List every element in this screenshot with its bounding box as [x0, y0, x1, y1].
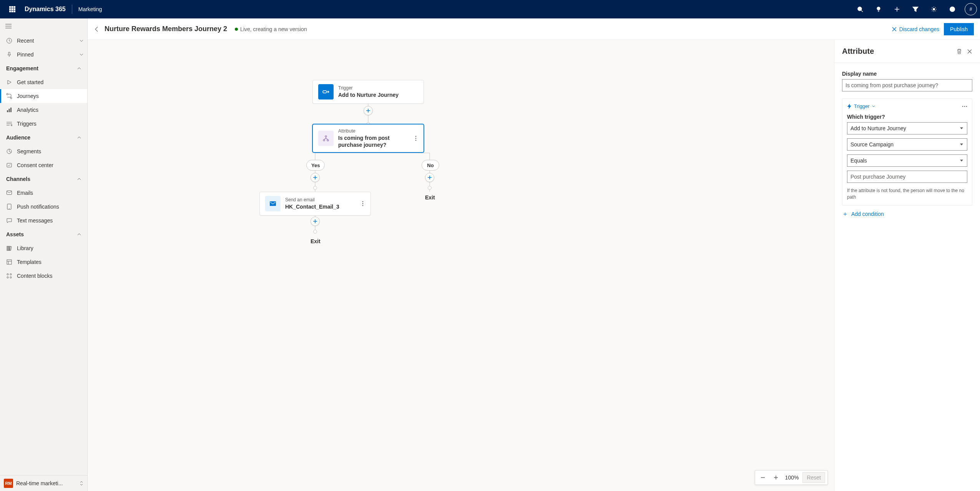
nav-text-messages[interactable]: Text messages [0, 214, 87, 227]
svg-line-10 [861, 10, 863, 12]
trigger-node-icon [318, 84, 334, 100]
node-type: Trigger [338, 85, 399, 91]
close-icon[interactable] [967, 49, 972, 54]
nav-segments[interactable]: Segments [0, 144, 87, 158]
settings-icon[interactable] [925, 0, 943, 18]
journey-icon [6, 93, 12, 99]
zoom-level: 100% [784, 474, 801, 481]
nav-label: Templates [17, 259, 42, 265]
branch-yes[interactable]: Yes [306, 160, 325, 171]
zoom-out-button[interactable] [757, 472, 768, 483]
search-icon[interactable] [851, 0, 869, 18]
nav-label: Pinned [17, 51, 34, 58]
attribute-node-icon [318, 131, 334, 146]
updown-icon [80, 481, 83, 486]
node-type: Attribute [338, 128, 409, 134]
module-label[interactable]: Marketing [75, 6, 105, 12]
back-button[interactable] [94, 26, 100, 32]
nav-label: Journeys [17, 93, 39, 99]
node-label: HK_Contact_Email_3 [285, 203, 339, 210]
svg-rect-3 [9, 8, 11, 10]
nav-group-assets[interactable]: Assets [0, 227, 87, 241]
svg-point-17 [933, 8, 935, 10]
operator-select[interactable]: Equals [847, 154, 967, 167]
nav-library[interactable]: Library [0, 241, 87, 255]
nav-content-blocks[interactable]: Content blocks [0, 269, 87, 283]
brand-label[interactable]: Dynamics 365 [22, 6, 69, 13]
app-switcher[interactable]: RM Real-time marketi... [0, 476, 87, 491]
attribute-field-select[interactable]: Source Campaign [847, 138, 967, 151]
nav-triggers[interactable]: Triggers [0, 117, 87, 131]
nav-analytics[interactable]: Analytics [0, 103, 87, 117]
nav-label: Recent [17, 38, 34, 44]
status-text: Live, creating a new version [240, 26, 307, 32]
chevron-up-icon [77, 136, 81, 139]
connector-dot [313, 230, 317, 234]
collapse-nav-icon[interactable] [5, 24, 12, 28]
zoom-in-button[interactable] [771, 472, 781, 483]
add-icon[interactable] [888, 0, 906, 18]
add-step-button[interactable] [425, 173, 434, 182]
zoom-reset-button[interactable]: Reset [802, 472, 825, 483]
chevron-down-icon [872, 105, 875, 107]
value-input[interactable] [847, 171, 967, 183]
add-step-button[interactable] [311, 217, 320, 226]
publish-button[interactable]: Publish [944, 23, 974, 35]
svg-point-44 [10, 277, 12, 278]
nav-templates[interactable]: Templates [0, 255, 87, 269]
nav-consent-center[interactable]: Consent center [0, 158, 87, 172]
nav-label: Push notifications [17, 204, 59, 210]
pin-icon [6, 51, 12, 58]
nav-pinned[interactable]: Pinned [0, 48, 87, 61]
templates-icon [6, 259, 12, 265]
add-condition-label: Add condition [851, 211, 884, 217]
chevron-up-icon [77, 67, 81, 70]
add-step-button[interactable] [364, 106, 373, 115]
discard-button[interactable]: Discard changes [892, 26, 939, 32]
node-more-icon[interactable] [414, 136, 418, 141]
node-email[interactable]: Send an email HK_Contact_Email_3 [259, 192, 371, 216]
filter-icon[interactable] [906, 0, 925, 18]
nav-group-audience[interactable]: Audience [0, 131, 87, 144]
add-step-button[interactable] [311, 173, 320, 182]
journey-canvas[interactable]: Trigger Add to Nurture Journey Attribute [88, 40, 834, 491]
nav-emails[interactable]: Emails [0, 186, 87, 200]
journey-status: Live, creating a new version [235, 26, 307, 32]
node-trigger[interactable]: Trigger Add to Nurture Journey [312, 80, 424, 104]
add-condition-button[interactable]: ＋ Add condition [842, 210, 972, 218]
user-avatar[interactable]: # [965, 3, 977, 15]
node-more-icon[interactable] [360, 201, 365, 206]
nav-journeys[interactable]: Journeys [0, 89, 87, 103]
svg-point-9 [858, 7, 862, 11]
condition-type-label[interactable]: Trigger [854, 103, 870, 109]
trigger-icon [6, 121, 12, 127]
nav-get-started[interactable]: Get started [0, 75, 87, 89]
node-attribute[interactable]: Attribute Is coming from post purchase j… [312, 124, 424, 153]
condition-menu-icon[interactable] [962, 106, 967, 107]
trigger-select[interactable]: Add to Nurture Journey [847, 122, 967, 134]
display-name-input[interactable] [842, 79, 972, 91]
svg-rect-36 [8, 246, 9, 250]
nav-recent[interactable]: Recent [0, 34, 87, 48]
nav-push[interactable]: Push notifications [0, 200, 87, 214]
svg-point-55 [325, 136, 327, 137]
lightbulb-icon[interactable] [869, 0, 888, 18]
app-launcher-icon[interactable] [3, 0, 22, 18]
svg-point-78 [964, 106, 965, 107]
help-icon[interactable]: ? [943, 0, 962, 18]
branch-no[interactable]: No [422, 160, 439, 171]
nav-group-engagement[interactable]: Engagement [0, 61, 87, 75]
delete-icon[interactable] [956, 48, 962, 55]
svg-point-59 [415, 138, 417, 139]
svg-rect-31 [7, 163, 12, 167]
svg-point-68 [362, 205, 364, 206]
svg-rect-6 [9, 11, 11, 12]
status-dot-icon [235, 28, 238, 31]
nav-group-channels[interactable]: Channels [0, 172, 87, 186]
svg-point-42 [10, 274, 12, 275]
svg-rect-5 [14, 8, 15, 10]
chevron-down-icon [80, 53, 83, 56]
node-label: Add to Nurture Journey [338, 91, 399, 98]
property-pane: Attribute Display name Trigger [834, 40, 980, 491]
divider [72, 5, 72, 14]
